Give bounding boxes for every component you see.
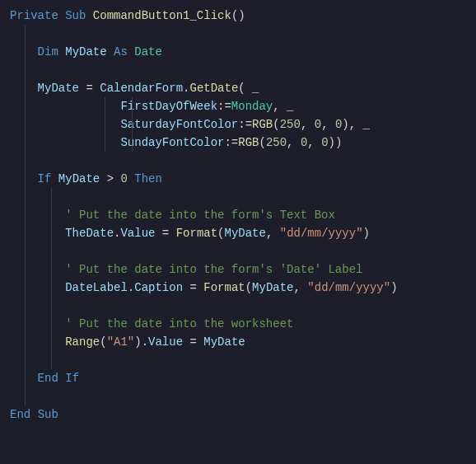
punct: ) — [390, 281, 397, 294]
string: "dd/mm/yyyy" — [307, 281, 390, 294]
function-name: CommandButton1_Click — [93, 9, 231, 22]
punct: ) — [363, 227, 370, 240]
keyword: Sub — [38, 408, 58, 421]
string: "dd/mm/yyyy" — [280, 227, 363, 240]
code-line — [10, 25, 466, 43]
code-line: SundayFontColor:=RGB(250, 0, 0)) — [10, 134, 466, 152]
variable: CalendarForm — [100, 82, 183, 95]
punct: () — [231, 9, 245, 22]
keyword: End — [10, 408, 30, 421]
number: 0 — [315, 118, 321, 131]
punct: ( _ — [238, 82, 259, 95]
operator: := — [238, 118, 252, 131]
string: "A1" — [107, 335, 135, 349]
code-line: ' Put the date into the worksheet — [10, 315, 466, 333]
code-line — [10, 152, 466, 170]
variable: MyDate — [203, 335, 245, 349]
code-line: ' Put the date into the form's Text Box — [10, 206, 466, 224]
function-name: Range — [65, 335, 100, 349]
operator: > — [100, 172, 120, 185]
variable: MyDate — [252, 281, 293, 294]
punct: , — [266, 227, 280, 240]
variable: MyDate — [58, 172, 100, 185]
punct: ( — [100, 335, 106, 349]
punct: ), _ — [342, 118, 370, 131]
operator: = — [79, 82, 100, 95]
keyword: End — [38, 372, 58, 385]
punct: )) — [329, 136, 343, 149]
function-name: Format — [176, 227, 217, 240]
function-name: Format — [203, 281, 245, 294]
function-name: RGB — [238, 136, 259, 149]
punct: , — [307, 136, 321, 149]
code-line: Dim MyDate As Date — [10, 43, 466, 61]
punct: ( — [259, 136, 265, 149]
operator: = — [183, 281, 203, 294]
operator: := — [224, 136, 238, 149]
punct: , — [301, 118, 315, 131]
code-line: End If — [10, 369, 466, 387]
function-name: RGB — [252, 118, 273, 131]
code-line: SaturdayFontColor:=RGB(250, 0, 0), _ — [10, 115, 466, 134]
value: Monday — [231, 100, 273, 113]
punct: . — [128, 281, 134, 294]
punct: , _ — [273, 100, 293, 113]
keyword: If — [38, 172, 52, 185]
operator: = — [155, 227, 175, 240]
code-line — [10, 351, 466, 369]
operator: = — [183, 335, 203, 349]
punct: , — [287, 136, 301, 149]
param: FirstDayOfWeek — [120, 100, 217, 113]
punct: , — [321, 118, 335, 131]
param: SaturdayFontColor — [120, 118, 238, 131]
variable: TheDate — [65, 227, 114, 240]
operator: := — [217, 100, 231, 113]
code-line: ' Put the date into the form's 'Date' La… — [10, 260, 466, 279]
code-line — [10, 188, 466, 206]
code-line — [10, 242, 466, 260]
type: Date — [134, 45, 162, 59]
code-line: DateLabel.Caption = Format(MyDate, "dd/m… — [10, 279, 466, 297]
code-line — [10, 297, 466, 315]
number: 0 — [321, 136, 328, 149]
punct: ( — [273, 118, 279, 131]
number: 0 — [120, 172, 127, 185]
property: Value — [120, 227, 155, 240]
punct: ( — [245, 281, 252, 294]
code-line — [10, 61, 466, 79]
code-line — [10, 387, 466, 405]
comment: ' Put the date into the worksheet — [65, 317, 293, 330]
code-line: End Sub — [10, 405, 466, 424]
variable: DateLabel — [65, 281, 128, 294]
function-name: GetDate — [189, 82, 238, 95]
variable: MyDate — [225, 227, 266, 240]
number: 250 — [280, 118, 301, 131]
code-line: Private Sub CommandButton1_Click() — [10, 7, 466, 25]
param: SundayFontColor — [120, 136, 224, 149]
keyword: Then — [134, 172, 162, 185]
property: Value — [148, 335, 183, 349]
keyword: Dim — [38, 45, 58, 59]
code-line: MyDate = CalendarForm.GetDate( _ — [10, 79, 466, 97]
variable: MyDate — [38, 82, 79, 95]
number: 250 — [266, 136, 287, 149]
property: Caption — [134, 281, 183, 294]
punct: ( — [217, 227, 224, 240]
code-line: If MyDate > 0 Then — [10, 170, 466, 188]
keyword: If — [65, 372, 79, 385]
comment: ' Put the date into the form's 'Date' La… — [65, 263, 362, 276]
punct: , — [294, 281, 308, 294]
punct: ). — [134, 335, 148, 349]
code-line: Range("A1").Value = MyDate — [10, 333, 466, 351]
keyword: Sub — [65, 9, 86, 22]
code-block: Private Sub CommandButton1_Click() Dim M… — [10, 7, 466, 424]
keyword: As — [114, 45, 128, 59]
code-line: FirstDayOfWeek:=Monday, _ — [10, 97, 466, 115]
keyword: Private — [10, 9, 58, 22]
code-line: TheDate.Value = Format(MyDate, "dd/mm/yy… — [10, 224, 466, 242]
variable: MyDate — [65, 45, 106, 59]
comment: ' Put the date into the form's Text Box — [65, 209, 335, 222]
